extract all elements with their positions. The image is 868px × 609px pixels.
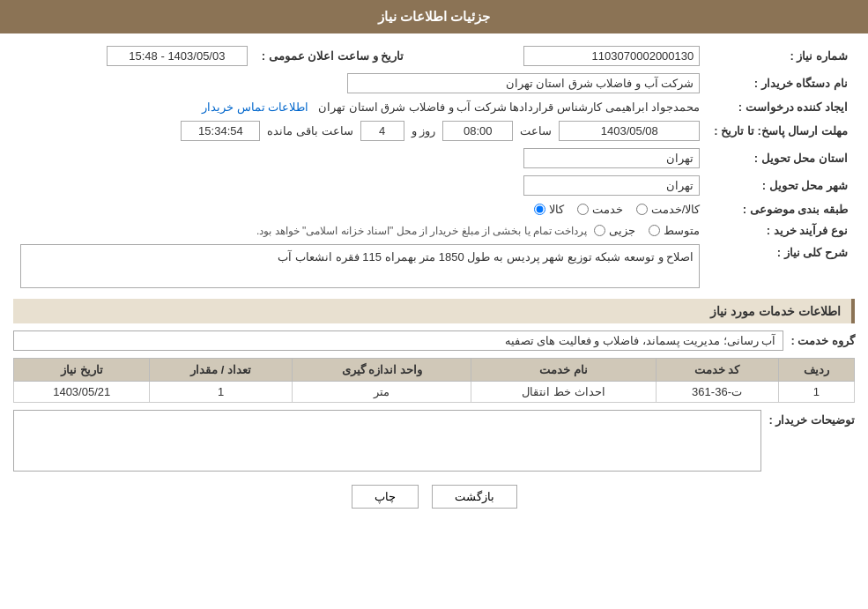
col-row-num: ردیف [778, 359, 855, 382]
need-number-label: شماره نیاز : [707, 42, 855, 70]
buyer-notes-label: توضیحات خریدار : [768, 410, 855, 427]
response-deadline-label: مهلت ارسال پاسخ: تا تاریخ : [707, 117, 855, 145]
service-group-value: آب رسانی؛ مدیریت پسماند، فاضلاب و فعالیت… [13, 330, 783, 351]
creator-label: ایجاد کننده درخواست : [707, 97, 855, 117]
purchase-type-row: متوسط جزیی پرداخت تمام یا بخشی از مبلغ خ… [20, 223, 700, 237]
category-radio-group: کالا/خدمت خدمت کالا [20, 203, 700, 216]
response-days-label: روز و [412, 124, 436, 137]
response-date: 1403/05/08 [559, 121, 700, 141]
buyer-org-value: شرکت آب و فاضلاب شرق استان تهران [347, 73, 700, 93]
buttons-row: بازگشت چاپ [13, 485, 855, 509]
purchase-radio-group: متوسط جزیی [594, 224, 700, 237]
buyer-notes-box [13, 410, 761, 472]
contact-link[interactable]: اطلاعات تماس خریدار [202, 100, 308, 114]
purchase-radio-jozi[interactable] [594, 225, 605, 236]
description-label: شرح کلی نیاز : [707, 241, 855, 292]
cell-service-name: احداث خط انتقال [471, 382, 656, 403]
services-table: ردیف کد خدمت نام خدمت واحد اندازه گیری ت… [13, 358, 855, 403]
back-button[interactable]: بازگشت [432, 485, 517, 509]
purchase-option-label: جزیی [609, 224, 635, 237]
cell-quantity: 1 [150, 382, 292, 403]
service-group-row: گروه خدمت : آب رسانی؛ مدیریت پسماند، فاض… [13, 330, 855, 351]
category-option-label: خدمت [592, 203, 623, 216]
buyer-notes-row: توضیحات خریدار : [13, 410, 855, 472]
col-unit: واحد اندازه گیری [292, 359, 471, 382]
table-head: ردیف کد خدمت نام خدمت واحد اندازه گیری ت… [14, 359, 855, 382]
category-label: طبقه بندی موضوعی : [707, 199, 855, 219]
category-option-label: کالا/خدمت [651, 203, 701, 216]
service-info-title: اطلاعات خدمات مورد نیاز [710, 304, 841, 318]
response-time-label: ساعت [520, 124, 552, 137]
cell-service-code: ت-36-361 [656, 382, 778, 403]
announce-datetime-label: تاریخ و ساعت اعلان عمومی : [255, 42, 411, 70]
print-button[interactable]: چاپ [352, 485, 419, 509]
table-row: نام دستگاه خریدار : شرکت آب و فاضلاب شرق… [13, 70, 855, 97]
service-info-section-header: اطلاعات خدمات مورد نیاز [13, 299, 855, 323]
table-row: نوع فرآیند خرید : متوسط جزیی [13, 219, 855, 241]
purchase-option-label: متوسط [664, 224, 700, 237]
table-row: طبقه بندی موضوعی : کالا/خدمت خدمت کالا [13, 199, 855, 219]
category-radio-khadamat[interactable] [577, 204, 589, 215]
col-service-code: کد خدمت [656, 359, 778, 382]
table-row: مهلت ارسال پاسخ: تا تاریخ : 1403/05/08 س… [13, 117, 855, 145]
city-value: تهران [523, 175, 700, 196]
info-table: شماره نیاز : 1103070002000130 تاریخ و سا… [13, 42, 855, 292]
province-label: استان محل تحویل : [707, 145, 855, 172]
city-label: شهر محل تحویل : [707, 172, 855, 199]
category-option-khadamat: خدمت [577, 203, 623, 216]
col-date: تاریخ نیاز [14, 359, 150, 382]
table-row: 1 ت-36-361 احداث خط انتقال متر 1 1403/05… [14, 382, 855, 403]
page-title: جزئیات اطلاعات نیاز [378, 9, 490, 24]
table-row: شرح کلی نیاز : اصلاح و توسعه شبکه توزیع … [13, 241, 855, 292]
col-service-name: نام خدمت [471, 359, 656, 382]
cell-date: 1403/05/21 [14, 382, 150, 403]
service-group-label: گروه خدمت : [790, 334, 855, 347]
response-time: 08:00 [442, 121, 513, 141]
category-option-kala: کالا [534, 203, 564, 216]
purchase-option-motawaset: متوسط [649, 224, 700, 237]
purchase-option-jozi: جزیی [594, 224, 635, 237]
response-remaining-label: ساعت باقی مانده [267, 124, 352, 137]
response-remaining: 15:34:54 [181, 121, 260, 141]
province-value: تهران [523, 148, 700, 168]
content-area: شماره نیاز : 1103070002000130 تاریخ و سا… [0, 33, 868, 531]
need-number-value: 1103070002000130 [523, 46, 700, 66]
category-option-kala-khadamat: کالا/خدمت [636, 203, 701, 216]
table-row: ایجاد کننده درخواست : محمدجواد ابراهیمی … [13, 97, 855, 117]
cell-unit: متر [292, 382, 471, 403]
response-deadline-row: 1403/05/08 ساعت 08:00 روز و 4 ساعت باقی … [20, 121, 700, 141]
category-radio-kala-khadamat[interactable] [636, 204, 648, 215]
response-days: 4 [360, 121, 404, 141]
buyer-org-label: نام دستگاه خریدار : [707, 70, 855, 97]
creator-name: محمدجواد ابراهیمی کارشناس قراردادها شرکت… [318, 100, 700, 114]
col-quantity: تعداد / مقدار [150, 359, 292, 382]
page-container: جزئیات اطلاعات نیاز شماره نیاز : 1103070… [0, 0, 868, 609]
table-header-row: ردیف کد خدمت نام خدمت واحد اندازه گیری ت… [14, 359, 855, 382]
purchase-type-label: نوع فرآیند خرید : [707, 219, 855, 241]
announce-datetime-value: 1403/05/03 - 15:48 [107, 46, 248, 66]
page-header: جزئیات اطلاعات نیاز [0, 0, 868, 33]
table-body: 1 ت-36-361 احداث خط انتقال متر 1 1403/05… [14, 382, 855, 403]
category-option-label: کالا [549, 203, 564, 216]
category-radio-kala[interactable] [534, 204, 545, 215]
purchase-radio-motawaset[interactable] [649, 225, 660, 236]
table-row: استان محل تحویل : تهران [13, 145, 855, 172]
table-row: شهر محل تحویل : تهران [13, 172, 855, 199]
description-value: اصلاح و توسعه شبکه توزیع شهر پردیس به طو… [20, 244, 700, 288]
cell-row-num: 1 [778, 382, 855, 403]
purchase-notice: پرداخت تمام یا بخشی از مبلغ خریدار از مح… [256, 225, 587, 237]
table-row: شماره نیاز : 1103070002000130 تاریخ و سا… [13, 42, 855, 70]
